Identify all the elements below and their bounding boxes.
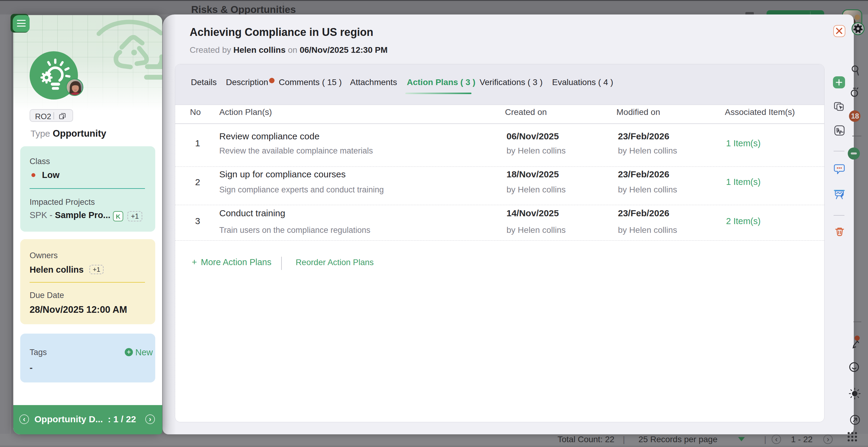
svg-text:18: 18	[851, 112, 859, 120]
